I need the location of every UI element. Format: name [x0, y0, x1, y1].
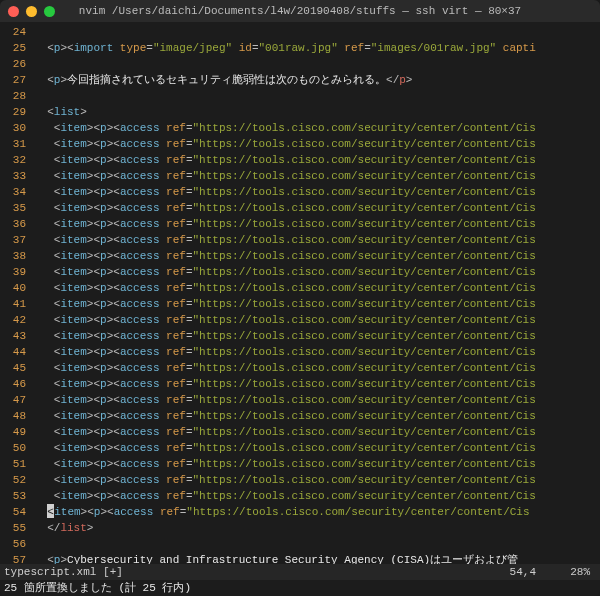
code-line[interactable]: 46 <item><p><access ref="https://tools.c… [0, 376, 600, 392]
code-line[interactable]: 41 <item><p><access ref="https://tools.c… [0, 296, 600, 312]
line-number: 30 [0, 120, 34, 136]
line-content: <item><p><access ref="https://tools.cisc… [34, 488, 600, 504]
line-content: <item><p><access ref="https://tools.cisc… [34, 408, 600, 424]
line-number: 24 [0, 24, 34, 40]
line-number: 40 [0, 280, 34, 296]
line-number: 57 [0, 552, 34, 564]
line-content: <p>Cybersecurity and Infrastructure Secu… [34, 552, 600, 564]
line-number: 55 [0, 520, 34, 536]
line-content: <item><p><access ref="https://tools.cisc… [34, 376, 600, 392]
code-line[interactable]: 33 <item><p><access ref="https://tools.c… [0, 168, 600, 184]
line-content: <item><p><access ref="https://tools.cisc… [34, 200, 600, 216]
code-line[interactable]: 57 <p>Cybersecurity and Infrastructure S… [0, 552, 600, 564]
close-icon[interactable] [8, 6, 19, 17]
line-content: <item><p><access ref="https://tools.cisc… [34, 248, 600, 264]
code-line[interactable]: 52 <item><p><access ref="https://tools.c… [0, 472, 600, 488]
line-number: 32 [0, 152, 34, 168]
line-number: 38 [0, 248, 34, 264]
code-line[interactable]: 42 <item><p><access ref="https://tools.c… [0, 312, 600, 328]
line-content: <p>今回指摘されているセキュリティ脆弱性は次のものとみられる。</p> [34, 72, 600, 88]
line-content: <item><p><access ref="https://tools.cisc… [34, 424, 600, 440]
line-number: 39 [0, 264, 34, 280]
code-line[interactable]: 51 <item><p><access ref="https://tools.c… [0, 456, 600, 472]
line-content [34, 56, 600, 72]
code-line[interactable]: 49 <item><p><access ref="https://tools.c… [0, 424, 600, 440]
code-line[interactable]: 37 <item><p><access ref="https://tools.c… [0, 232, 600, 248]
status-line: typescript.xml [+] 54,4 28% [0, 564, 600, 580]
code-line[interactable]: 54 <item><p><access ref="https://tools.c… [0, 504, 600, 520]
code-line[interactable]: 50 <item><p><access ref="https://tools.c… [0, 440, 600, 456]
line-content [34, 536, 600, 552]
line-number: 26 [0, 56, 34, 72]
line-content: <item><p><access ref="https://tools.cisc… [34, 392, 600, 408]
line-number: 35 [0, 200, 34, 216]
line-number: 50 [0, 440, 34, 456]
editor-area[interactable]: 2425 <p><import type="image/jpeg" id="00… [0, 22, 600, 564]
line-content: <item><p><access ref="https://tools.cisc… [34, 328, 600, 344]
code-line[interactable]: 53 <item><p><access ref="https://tools.c… [0, 488, 600, 504]
line-content: <item><p><access ref="https://tools.cisc… [34, 264, 600, 280]
minimize-icon[interactable] [26, 6, 37, 17]
code-line[interactable]: 29 <list> [0, 104, 600, 120]
line-number: 33 [0, 168, 34, 184]
line-number: 51 [0, 456, 34, 472]
line-number: 44 [0, 344, 34, 360]
line-number: 29 [0, 104, 34, 120]
code-line[interactable]: 28 [0, 88, 600, 104]
window-title: nvim /Users/daichi/Documents/l4w/2019040… [8, 3, 592, 19]
line-content: <item><p><access ref="https://tools.cisc… [34, 136, 600, 152]
code-line[interactable]: 40 <item><p><access ref="https://tools.c… [0, 280, 600, 296]
line-number: 48 [0, 408, 34, 424]
line-content: <item><p><access ref="https://tools.cisc… [34, 312, 600, 328]
code-line[interactable]: 31 <item><p><access ref="https://tools.c… [0, 136, 600, 152]
code-line[interactable]: 32 <item><p><access ref="https://tools.c… [0, 152, 600, 168]
command-line[interactable]: 25 箇所置換しました (計 25 行内) [0, 580, 600, 596]
code-line[interactable]: 55 </list> [0, 520, 600, 536]
line-content: <item><p><access ref="https://tools.cisc… [34, 120, 600, 136]
code-line[interactable]: 48 <item><p><access ref="https://tools.c… [0, 408, 600, 424]
line-number: 56 [0, 536, 34, 552]
line-content: <item><p><access ref="https://tools.cisc… [34, 184, 600, 200]
code-line[interactable]: 25 <p><import type="image/jpeg" id="001r… [0, 40, 600, 56]
line-number: 43 [0, 328, 34, 344]
code-line[interactable]: 26 [0, 56, 600, 72]
line-content: <item><p><access ref="https://tools.cisc… [34, 360, 600, 376]
line-content: <list> [34, 104, 600, 120]
line-number: 45 [0, 360, 34, 376]
code-line[interactable]: 34 <item><p><access ref="https://tools.c… [0, 184, 600, 200]
line-content [34, 88, 600, 104]
status-filename: typescript.xml [4, 564, 96, 580]
code-line[interactable]: 47 <item><p><access ref="https://tools.c… [0, 392, 600, 408]
code-line[interactable]: 38 <item><p><access ref="https://tools.c… [0, 248, 600, 264]
terminal-window: nvim /Users/daichi/Documents/l4w/2019040… [0, 0, 600, 596]
line-number: 31 [0, 136, 34, 152]
line-content: <item><p><access ref="https://tools.cisc… [34, 344, 600, 360]
line-content: <item><p><access ref="https://tools.cisc… [34, 296, 600, 312]
line-content: <item><p><access ref="https://tools.cisc… [34, 456, 600, 472]
line-number: 49 [0, 424, 34, 440]
zoom-icon[interactable] [44, 6, 55, 17]
code-line[interactable]: 36 <item><p><access ref="https://tools.c… [0, 216, 600, 232]
code-line[interactable]: 30 <item><p><access ref="https://tools.c… [0, 120, 600, 136]
line-number: 34 [0, 184, 34, 200]
status-modified: [+] [103, 564, 123, 580]
code-line[interactable]: 45 <item><p><access ref="https://tools.c… [0, 360, 600, 376]
line-number: 41 [0, 296, 34, 312]
line-number: 27 [0, 72, 34, 88]
code-line[interactable]: 24 [0, 24, 600, 40]
status-message: 25 箇所置換しました (計 25 行内) [4, 580, 191, 596]
line-number: 47 [0, 392, 34, 408]
code-line[interactable]: 27 <p>今回指摘されているセキュリティ脆弱性は次のものとみられる。</p> [0, 72, 600, 88]
code-line[interactable]: 44 <item><p><access ref="https://tools.c… [0, 344, 600, 360]
code-line[interactable]: 35 <item><p><access ref="https://tools.c… [0, 200, 600, 216]
line-number: 46 [0, 376, 34, 392]
line-content: <item><p><access ref="https://tools.cisc… [34, 152, 600, 168]
code-line[interactable]: 56 [0, 536, 600, 552]
line-content: <item><p><access ref="https://tools.cisc… [34, 472, 600, 488]
code-line[interactable]: 39 <item><p><access ref="https://tools.c… [0, 264, 600, 280]
line-number: 28 [0, 88, 34, 104]
code-line[interactable]: 43 <item><p><access ref="https://tools.c… [0, 328, 600, 344]
window-controls [8, 6, 55, 17]
line-content: <item><p><access ref="https://tools.cisc… [34, 440, 600, 456]
line-content: <item><p><access ref="https://tools.cisc… [34, 216, 600, 232]
